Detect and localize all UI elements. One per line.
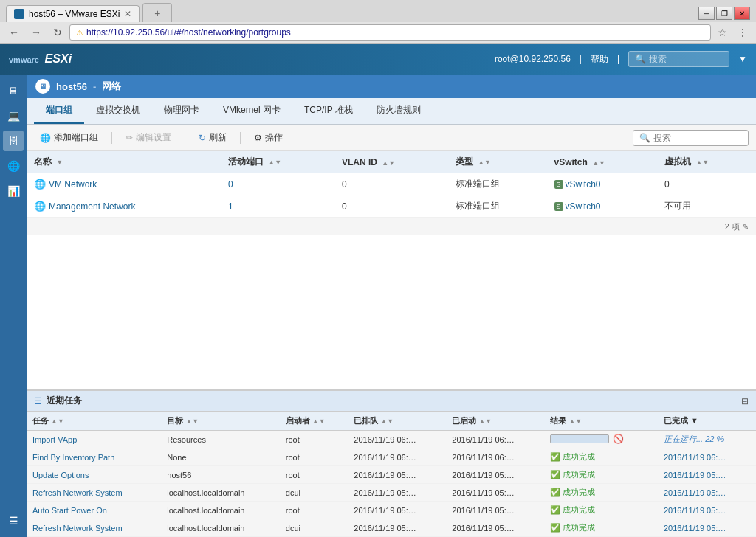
esxi-brand: ESXi [45,52,72,65]
cell-queued: 2016/11/19 05:… [348,502,446,519]
address-bar[interactable]: ⚠ [69,24,711,41]
vm-logo-text: vmware ESXi [9,52,72,66]
list-item: Refresh Network System localhost.localdo… [27,519,756,537]
tab-vmkernel[interactable]: VMkernel 网卡 [211,98,292,124]
status-ok-icon: ✅ [550,505,560,514]
restore-button[interactable]: ❐ [716,7,732,20]
task-link[interactable]: Find By Inventory Path [32,453,114,462]
vswitch-link[interactable]: vSwitch0 [566,179,601,190]
tasks-col-completed[interactable]: 已完成 ▼ [658,412,756,431]
tab-favicon [14,9,24,19]
progress-bar: 🚫 [550,434,624,444]
tasks-col-queued[interactable]: 已排队 ▲▼ [348,412,446,431]
cancel-icon[interactable]: 🚫 [613,434,624,444]
sidebar-item-storage[interactable]: 🗄 [3,131,24,151]
status-text: 成功完成 [563,488,595,496]
tasks-col-started[interactable]: 已启动 ▲▼ [446,412,544,431]
cell-target: localhost.localdomain [161,484,279,502]
close-button[interactable]: ✕ [734,7,750,20]
host-separator: - [93,81,96,92]
sidebar-item-config[interactable]: ☰ [3,510,24,531]
status-ok-icon: ✅ [550,488,560,496]
portgroup-link[interactable]: Management Network [49,201,135,212]
vswitch-link[interactable]: vSwitch0 [566,201,601,212]
reload-button[interactable]: ↻ [49,25,66,40]
menu-button[interactable]: ⋮ [734,25,752,40]
browser-tab[interactable]: host56 – VMware ESXi ✕ [6,5,140,22]
toolbar-search-input[interactable] [653,133,742,143]
header-search-input[interactable] [649,54,723,64]
toolbar: 🌐 添加端口组 ✏ 编辑设置 ↻ 刷新 ⚙ 操作 [27,125,756,151]
cell-initiator: dcui [280,484,348,502]
host-header: 🖥 host56 - 网络 [27,75,756,98]
list-item: Update Options host56 root 2016/11/19 05… [27,466,756,484]
list-item: Auto Start Power On localhost.localdomai… [27,502,756,519]
bookmark-button[interactable]: ☆ [714,25,731,40]
sidebar-item-network[interactable]: 🌐 [3,156,24,176]
add-portgroup-button[interactable]: 🌐 添加端口组 [34,129,104,146]
help-link[interactable]: 帮助 [591,53,608,66]
portgroup-table-container: 名称 ▼ 活动端口 ▲▼ VLAN ID ▲▼ 类型 ▲▼ vSwitch ▲▼… [27,151,756,389]
tasks-collapse-button[interactable]: ⊟ [741,396,749,406]
task-link[interactable]: Import VApp [32,435,77,444]
tasks-table: 任务 ▲▼ 目标 ▲▼ 启动者 ▲▼ 已排队 ▲▼ 已启动 ▲▼ 结果 ▲▼ 已… [27,412,756,537]
col-vlan-id[interactable]: VLAN ID ▲▼ [334,151,448,173]
cell-result: ✅ 成功完成 [544,466,658,484]
list-item: Import VApp Resources root 2016/11/19 06… [27,431,756,448]
cell-vswitch: S vSwitch0 [547,195,658,218]
task-link[interactable]: Refresh Network System [32,524,123,533]
tab-tcpip[interactable]: TCP/IP 堆栈 [292,98,365,124]
header-search[interactable]: 🔍 [628,51,729,67]
tab-vswitch[interactable]: 虚拟交换机 [84,98,152,124]
col-vms[interactable]: 虚拟机 ▲▼ [657,151,756,173]
sidebar-item-vm[interactable]: 💻 [3,105,24,126]
cell-started: 2016/11/19 06:… [446,431,544,448]
search-dropdown-icon[interactable]: ▼ [738,54,747,64]
table-footer-icon: ✎ [742,222,749,231]
cell-started: 2016/11/19 05:… [446,466,544,484]
toolbar-sep2 [185,132,185,144]
col-vswitch[interactable]: vSwitch ▲▼ [547,151,658,173]
status-text: 成功完成 [563,505,595,514]
cell-task: Refresh Network System [27,519,161,537]
tasks-col-target[interactable]: 目标 ▲▼ [161,412,279,431]
col-name[interactable]: 名称 ▼ [27,151,221,173]
sidebar-item-host[interactable]: 🖥 [3,80,24,101]
task-link[interactable]: Auto Start Power On [32,506,107,515]
tasks-col-initiator[interactable]: 启动者 ▲▼ [280,412,348,431]
col-active-ports[interactable]: 活动端口 ▲▼ [221,151,334,173]
address-input[interactable] [86,27,704,38]
cell-result: ✅ 成功完成 [544,484,658,502]
tab-physical-nic[interactable]: 物理网卡 [152,98,211,124]
forward-button[interactable]: → [27,25,46,40]
tab-firewall[interactable]: 防火墙规则 [365,98,433,124]
tab-portgroups[interactable]: 端口组 [34,98,84,124]
back-button[interactable]: ← [4,25,24,40]
refresh-button[interactable]: ↻ 刷新 [193,129,233,146]
task-link[interactable]: Update Options [32,471,89,479]
minimize-button[interactable]: ─ [698,7,715,20]
cell-initiator: dcui [280,519,348,537]
toolbar-search[interactable]: 🔍 [633,130,749,146]
new-tab-button[interactable]: + [142,3,172,22]
portgroup-link[interactable]: VM Network [49,179,97,190]
task-link[interactable]: Refresh Network System [32,488,123,497]
cell-task: Import VApp [27,431,161,448]
cell-vms: 不可用 [657,195,756,218]
action-button[interactable]: ⚙ 操作 [248,129,289,146]
edit-button[interactable]: ✏ 编辑设置 [120,129,177,146]
sidebar-item-monitor[interactable]: 📊 [3,181,24,201]
tasks-col-task[interactable]: 任务 ▲▼ [27,412,161,431]
cell-target: localhost.localdomain [161,502,279,519]
cell-task: Refresh Network System [27,484,161,502]
tab-close-button[interactable]: ✕ [124,9,131,19]
lock-icon: ⚠ [76,28,83,38]
col-type[interactable]: 类型 ▲▼ [448,151,547,173]
status-ok-icon: ✅ [550,523,560,532]
table-row: 🌐 Management Network 1 0 标准端口组 S vSwitch… [27,195,756,218]
cell-name: 🌐 VM Network [27,173,221,195]
cell-target: localhost.localdomain [161,519,279,537]
tasks-col-result[interactable]: 结果 ▲▼ [544,412,658,431]
cell-completed: 2016/11/19 06:… [658,448,756,466]
main-body: 🖥 💻 🗄 🌐 📊 ☰ 🖥 host56 - 网络 端口组 虚拟交换机 物理网卡 [0,75,756,537]
